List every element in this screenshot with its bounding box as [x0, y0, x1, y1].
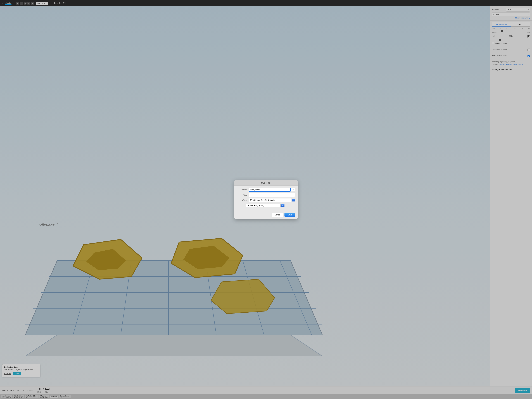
- save-as-input[interactable]: [249, 188, 291, 192]
- dialog-actions: Cancel Save: [234, 212, 298, 219]
- dialog-overlay: Save to File Save As: ▼ Tags: Where:: [0, 0, 532, 399]
- save-button[interactable]: Save: [285, 213, 295, 217]
- file-type-select-container: G-code File (*.gcode) ▼: [246, 204, 286, 207]
- where-dropdown-button[interactable]: ▼: [291, 199, 295, 202]
- dialog-body: Save As: ▼ Tags: Where: 💾 Ultimaker Cura…: [234, 186, 298, 212]
- where-row: Where: 💾 Ultimaker Cura-3.5.1-Darwin ▼: [237, 198, 295, 202]
- tags-label: Tags:: [237, 194, 249, 196]
- tags-row: Tags:: [237, 193, 295, 197]
- save-as-row: Save As: ▼: [237, 188, 295, 192]
- tags-input[interactable]: [249, 193, 295, 197]
- save-as-dropdown-button[interactable]: ▼: [291, 188, 295, 191]
- where-select[interactable]: 💾 Ultimaker Cura-3.5.1-Darwin: [249, 198, 291, 202]
- file-type-select[interactable]: G-code File (*.gcode): [246, 204, 280, 207]
- file-type-wrap: G-code File (*.gcode): [246, 204, 280, 207]
- app-window: re Monitor ■ □ ▣ ⊛ ◢ Solid view Ultimake…: [0, 0, 532, 399]
- hdd-icon: 💾: [250, 199, 252, 201]
- where-label: Where:: [237, 199, 249, 201]
- dialog-title: Save to File: [234, 180, 298, 186]
- where-value: Ultimaker Cura-3.5.1-Darwin: [253, 199, 275, 201]
- file-type-row: G-code File (*.gcode) ▼: [237, 204, 295, 207]
- save-dialog: Save to File Save As: ▼ Tags: Where:: [234, 180, 298, 219]
- file-type-arrow-button[interactable]: ▼: [281, 204, 285, 207]
- save-as-label: Save As:: [237, 189, 249, 191]
- cancel-button[interactable]: Cancel: [272, 213, 283, 217]
